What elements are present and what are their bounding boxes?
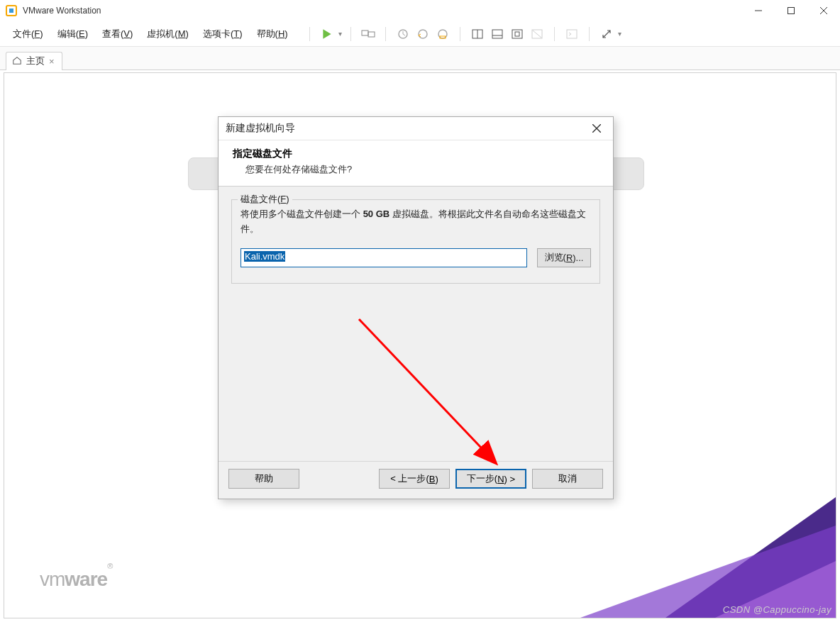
help-button[interactable]: 帮助 — [228, 469, 299, 489]
back-button[interactable]: < 上一步(B) — [379, 469, 450, 489]
next-button[interactable]: 下一步(N) > — [455, 469, 526, 489]
tab-home[interactable]: 主页 × — [6, 52, 62, 70]
svg-rect-17 — [512, 30, 522, 38]
menu-vm[interactable]: 虚拟机(M) — [141, 25, 194, 43]
window-close-button[interactable] — [807, 0, 840, 21]
dialog-titlebar: 新建虚拟机向导 — [219, 117, 613, 140]
svg-rect-3 — [788, 8, 795, 14]
menu-view[interactable]: 查看(V) — [96, 25, 138, 43]
fieldset-legend: 磁盘文件(F) — [238, 193, 292, 206]
window-titlebar: VMware Workstation — [0, 0, 840, 21]
dialog-body: 磁盘文件(F) 将使用多个磁盘文件创建一个 50 GB 虚拟磁盘。将根据此文件名… — [219, 187, 613, 296]
tab-home-label: 主页 — [26, 55, 45, 67]
svg-marker-22 — [665, 497, 836, 618]
dialog-footer: 帮助 < 上一步(B) 下一步(N) > 取消 — [219, 461, 613, 499]
window-maximize-button[interactable] — [775, 0, 807, 21]
disk-file-fieldset: 磁盘文件(F) 将使用多个磁盘文件创建一个 50 GB 虚拟磁盘。将根据此文件名… — [231, 199, 600, 284]
toolbar-snapshot-icon[interactable] — [394, 26, 411, 43]
toolbar-split-bottom-icon[interactable] — [489, 26, 506, 43]
toolbar-snapshot-revert-icon[interactable] — [414, 26, 431, 43]
toolbar-stretch-icon[interactable] — [598, 26, 615, 43]
toolbar-console-icon[interactable] — [563, 26, 580, 43]
svg-rect-15 — [492, 30, 502, 38]
browse-button[interactable]: 浏览(R)... — [537, 248, 591, 267]
svg-point-10 — [419, 30, 427, 38]
toolbar-play-dropdown[interactable]: ▾ — [338, 30, 342, 38]
dialog-title-text: 新建虚拟机向导 — [226, 122, 295, 135]
toolbar-snapshot-manage-icon[interactable] — [434, 26, 451, 43]
toolbar-split-left-icon[interactable] — [469, 26, 486, 43]
toolbar-unity-icon[interactable] — [529, 26, 546, 43]
tabbar: 主页 × — [0, 47, 840, 70]
svg-rect-8 — [368, 32, 375, 37]
tab-close-icon[interactable]: × — [49, 56, 55, 67]
dialog-heading: 指定磁盘文件 — [233, 148, 599, 160]
svg-rect-21 — [567, 30, 577, 38]
new-vm-wizard-dialog: 新建虚拟机向导 指定磁盘文件 您要在何处存储磁盘文件? 磁盘文件(F) 将使用多… — [218, 116, 614, 499]
menu-tabs[interactable]: 选项卡(T) — [197, 25, 248, 43]
home-icon — [12, 55, 22, 67]
svg-rect-18 — [515, 32, 519, 36]
disk-file-input[interactable]: Kali.vmdk — [241, 248, 527, 267]
menubar: 文件(F) 编辑(E) 查看(V) 虚拟机(M) 选项卡(T) 帮助(H) ▾ — [0, 21, 840, 47]
dialog-header: 指定磁盘文件 您要在何处存储磁盘文件? — [219, 140, 613, 187]
dialog-subheading: 您要在何处存储磁盘文件? — [245, 163, 599, 176]
svg-rect-7 — [362, 30, 368, 35]
window-title: VMware Workstation — [23, 6, 101, 16]
toolbar-stretch-dropdown[interactable]: ▾ — [618, 30, 621, 38]
field-description: 将使用多个磁盘文件创建一个 50 GB 虚拟磁盘。将根据此文件名自动命名这些磁盘… — [241, 207, 591, 237]
vmware-brand-logo: vmware® — [40, 568, 112, 591]
toolbar-screens-icon[interactable] — [360, 26, 377, 43]
watermark-text: CSDN @Cappuccino-jay — [723, 604, 831, 615]
disk-file-value: Kali.vmdk — [244, 251, 285, 262]
window-minimize-button[interactable] — [742, 0, 775, 21]
svg-rect-1 — [9, 9, 13, 13]
vmware-logo-icon — [6, 5, 17, 16]
dialog-close-button[interactable] — [587, 119, 606, 138]
svg-line-20 — [533, 30, 541, 38]
menu-edit[interactable]: 编辑(E) — [52, 25, 94, 43]
svg-marker-6 — [323, 29, 331, 39]
toolbar-play-icon[interactable] — [319, 26, 336, 43]
menu-help[interactable]: 帮助(H) — [251, 25, 294, 43]
menu-file[interactable]: 文件(F) — [7, 25, 49, 43]
cancel-button[interactable]: 取消 — [532, 469, 603, 489]
toolbar-fullscreen-icon[interactable] — [509, 26, 526, 43]
